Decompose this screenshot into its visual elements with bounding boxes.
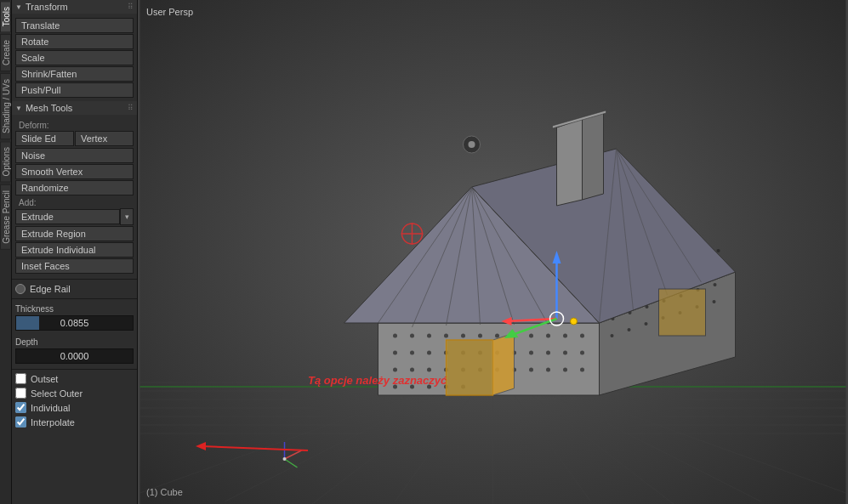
push-pull-button[interactable]: Push/Pull — [15, 82, 134, 98]
interpolate-checkbox[interactable] — [15, 416, 26, 428]
svg-rect-107 — [447, 340, 493, 395]
thickness-section: Thickness 0.0855 — [12, 301, 137, 334]
mesh-tools-buttons: Deform: Slide Ed Vertex Noise Smooth Ver… — [12, 116, 137, 277]
depth-value: 0.0000 — [16, 349, 133, 363]
svg-point-53 — [529, 368, 533, 372]
svg-point-24 — [444, 334, 448, 338]
svg-point-45 — [393, 368, 397, 372]
svg-point-30 — [546, 334, 550, 338]
slide-edge-button[interactable]: Slide Ed — [15, 131, 74, 146]
vertical-tabs: Tools Create Shading / UVs Options Greas… — [0, 0, 12, 504]
divider-3 — [12, 369, 137, 370]
mesh-tools-label: Mesh Tools — [26, 103, 72, 113]
mesh-tools-section-header[interactable]: ▼ Mesh Tools ⠿ — [12, 101, 137, 115]
thickness-value: 0.0855 — [16, 316, 133, 330]
transform-section-header[interactable]: ▼ Transform ⠿ — [12, 0, 137, 14]
extrude-button[interactable]: Extrude — [15, 209, 120, 224]
individual-checkbox[interactable] — [15, 402, 26, 413]
svg-point-68 — [717, 249, 720, 252]
annotation: Tą opcje należy zaznaczyć — [308, 374, 447, 387]
svg-marker-108 — [493, 333, 515, 395]
mesh-tools-grip-icon: ⠿ — [128, 104, 134, 112]
select-outer-checkbox-row[interactable]: Select Outer — [12, 386, 137, 400]
svg-point-118 — [571, 318, 578, 325]
annotation-text: Tą opcje należy zaznaczyć — [308, 374, 447, 387]
vtab-shading-uvs[interactable]: Shading / UVs — [0, 73, 11, 139]
viewport[interactable]: User Persp (1) Cube — [138, 0, 848, 504]
individual-label: Individual — [31, 403, 70, 413]
svg-point-56 — [580, 368, 584, 372]
svg-point-34 — [410, 351, 414, 355]
transform-grip-icon: ⠿ — [128, 3, 134, 11]
svg-point-33 — [393, 351, 397, 355]
svg-point-46 — [410, 368, 414, 372]
edge-rail-row: Edge Rail — [12, 281, 137, 297]
scale-button[interactable]: Scale — [15, 50, 134, 65]
deform-row: Slide Ed Vertex — [15, 131, 134, 147]
vtab-create[interactable]: Create — [0, 34, 11, 71]
shrink-fatten-button[interactable]: Shrink/Fatten — [15, 66, 134, 82]
svg-point-43 — [563, 351, 567, 355]
extrude-arrow-icon[interactable]: ▾ — [120, 208, 134, 225]
transform-label: Transform — [26, 2, 68, 12]
depth-section: Depth 0.0000 — [12, 334, 137, 367]
outset-label: Outset — [31, 374, 58, 384]
svg-marker-105 — [583, 113, 604, 200]
thickness-label: Thickness — [15, 303, 134, 315]
svg-point-23 — [427, 334, 431, 338]
svg-point-84 — [628, 328, 631, 331]
extrude-row: Extrude ▾ — [15, 208, 134, 225]
svg-point-22 — [410, 334, 414, 338]
thickness-slider[interactable]: 0.0855 — [15, 315, 134, 331]
randomize-button[interactable]: Randomize — [15, 180, 134, 195]
3d-scene-svg — [138, 0, 848, 504]
vtab-options[interactable]: Options — [0, 141, 11, 182]
svg-point-31 — [563, 334, 567, 338]
svg-point-25 — [461, 334, 465, 338]
noise-button[interactable]: Noise — [15, 148, 134, 163]
viewport-bottom-label: (1) Cube — [146, 487, 183, 497]
edge-rail-toggle[interactable] — [15, 284, 26, 294]
svg-point-27 — [495, 334, 499, 338]
select-outer-checkbox[interactable] — [15, 388, 26, 399]
outset-checkbox[interactable] — [15, 373, 26, 384]
interpolate-checkbox-row[interactable]: Interpolate — [12, 415, 137, 429]
inset-faces-button[interactable]: Inset Faces — [15, 258, 134, 274]
depth-label: Depth — [15, 336, 134, 348]
vtab-tools[interactable]: Tools — [0, 1, 11, 32]
divider-1 — [12, 279, 137, 280]
edge-rail-label: Edge Rail — [30, 284, 71, 294]
svg-point-127 — [283, 457, 287, 461]
svg-point-32 — [580, 334, 584, 338]
interpolate-label: Interpolate — [31, 417, 75, 428]
svg-point-26 — [478, 334, 482, 338]
svg-point-54 — [546, 368, 550, 372]
add-label: Add: — [15, 196, 134, 208]
svg-point-89 — [713, 300, 716, 303]
vtab-grease-pencil[interactable]: Grease Pencil — [0, 184, 11, 250]
translate-button[interactable]: Translate — [15, 18, 134, 33]
vertex-button[interactable]: Vertex — [75, 131, 134, 146]
svg-rect-110 — [659, 289, 706, 336]
panel-scroll[interactable]: ▼ Transform ⠿ Translate Rotate Scale Shr… — [12, 0, 137, 504]
viewport-label: User Persp — [146, 7, 193, 17]
extrude-region-button[interactable]: Extrude Region — [15, 226, 134, 241]
svg-point-41 — [529, 351, 533, 355]
svg-point-82 — [714, 283, 717, 286]
svg-point-42 — [546, 351, 550, 355]
transform-triangle-icon: ▼ — [15, 3, 22, 11]
extrude-individual-button[interactable]: Extrude Individual — [15, 242, 134, 258]
svg-point-44 — [580, 351, 584, 355]
depth-slider[interactable]: 0.0000 — [15, 348, 134, 364]
left-panel: ▼ Transform ⠿ Translate Rotate Scale Shr… — [12, 0, 138, 504]
individual-checkbox-row[interactable]: Individual — [12, 400, 137, 415]
deform-label: Deform: — [15, 119, 134, 131]
rotate-button[interactable]: Rotate — [15, 34, 134, 49]
svg-marker-104 — [557, 119, 583, 206]
svg-point-55 — [563, 368, 567, 372]
outset-checkbox-row[interactable]: Outset — [12, 371, 137, 386]
smooth-vertex-button[interactable]: Smooth Vertex — [15, 164, 134, 179]
svg-point-47 — [427, 368, 431, 372]
divider-2 — [12, 298, 137, 299]
select-outer-label: Select Outer — [31, 388, 83, 399]
